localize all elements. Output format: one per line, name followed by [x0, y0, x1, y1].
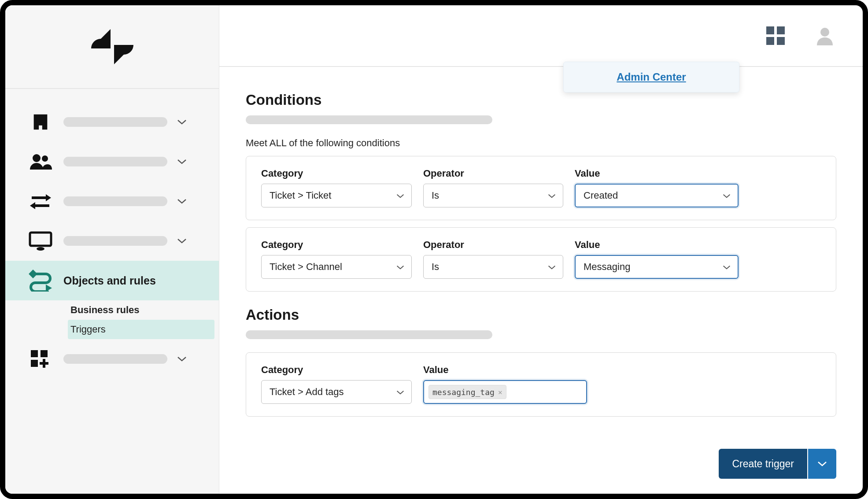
placeholder: [63, 157, 167, 166]
products-grid-icon[interactable]: [764, 24, 787, 47]
label-value: Value: [575, 168, 739, 179]
actions-heading: Actions: [246, 307, 836, 323]
workflow-icon: [27, 270, 54, 291]
category-select[interactable]: Ticket > Add tags: [261, 380, 412, 404]
chevron-down-icon: [396, 386, 404, 398]
condition-row: Category Ticket > Channel Operator Is Va…: [246, 227, 836, 292]
sidebar: Objects and rules Business rules Trigger…: [5, 5, 219, 494]
chevron-down-icon: [177, 238, 187, 244]
label-operator: Operator: [423, 168, 563, 179]
sidebar-item-apps[interactable]: [5, 339, 219, 379]
select-value: Created: [584, 190, 618, 201]
sidebar-item-workspaces[interactable]: [5, 221, 219, 261]
svg-rect-18: [777, 26, 785, 34]
conditions-instructions: Meet ALL of the following conditions: [246, 137, 836, 149]
value-select[interactable]: Created: [575, 184, 739, 207]
svg-rect-17: [766, 26, 774, 34]
placeholder: [246, 330, 492, 339]
placeholder: [63, 196, 167, 206]
admin-center-popover: Admin Center: [563, 62, 739, 92]
tag-text: messaging_tag: [432, 388, 495, 397]
select-value: Is: [432, 261, 439, 273]
sidebar-item-account[interactable]: [5, 102, 219, 142]
svg-rect-12: [31, 350, 38, 357]
chevron-down-icon: [723, 190, 731, 201]
create-trigger-button[interactable]: Create trigger: [719, 449, 807, 479]
label-category: Category: [261, 239, 412, 251]
select-value: Ticket > Ticket: [270, 190, 331, 201]
chevron-down-icon: [177, 356, 187, 362]
svg-rect-19: [766, 37, 774, 45]
tag-chip[interactable]: messaging_tag ✕: [428, 385, 506, 399]
chevron-down-icon: [723, 261, 731, 273]
top-header: [219, 5, 863, 67]
action-row: Category Ticket > Add tags Value messagi…: [246, 352, 836, 417]
label-value: Value: [423, 364, 587, 376]
tags-input[interactable]: messaging_tag ✕: [423, 380, 587, 404]
apps-add-icon: [27, 348, 54, 370]
chevron-down-icon: [396, 190, 404, 201]
svg-rect-8: [30, 233, 51, 246]
svg-rect-13: [41, 350, 48, 357]
sidebar-item-people[interactable]: [5, 142, 219, 181]
chevron-down-icon: [177, 119, 187, 125]
admin-center-link[interactable]: Admin Center: [617, 71, 686, 83]
sidebar-item-objects-rules[interactable]: Objects and rules: [5, 261, 219, 300]
category-select[interactable]: Ticket > Ticket: [261, 184, 412, 207]
label-value: Value: [575, 239, 739, 251]
operator-select[interactable]: Is: [423, 184, 563, 207]
building-icon: [27, 111, 54, 133]
sidebar-subheading-business-rules[interactable]: Business rules: [68, 300, 214, 320]
select-value: Is: [432, 190, 439, 201]
placeholder: [63, 117, 167, 127]
conditions-heading: Conditions: [246, 92, 836, 108]
placeholder: [63, 354, 167, 364]
close-icon[interactable]: ✕: [498, 388, 502, 396]
svg-point-21: [820, 28, 829, 37]
svg-point-3: [42, 155, 48, 162]
sidebar-subitem-triggers[interactable]: Triggers: [68, 320, 214, 339]
monitor-icon: [27, 230, 54, 251]
select-value: Ticket > Channel: [270, 261, 342, 273]
chevron-down-icon: [177, 198, 187, 204]
arrows-horizontal-icon: [27, 191, 54, 212]
sidebar-item-label: Objects and rules: [63, 274, 205, 287]
chevron-down-icon: [177, 159, 187, 165]
label-category: Category: [261, 364, 412, 376]
svg-point-2: [33, 154, 41, 162]
svg-rect-14: [31, 360, 38, 367]
select-value: Ticket > Add tags: [270, 386, 344, 398]
create-trigger-dropdown-button[interactable]: [807, 449, 836, 479]
chevron-down-icon: [817, 461, 827, 467]
svg-point-9: [37, 247, 44, 251]
profile-icon[interactable]: [813, 24, 836, 47]
people-icon: [27, 151, 54, 172]
chevron-down-icon: [548, 261, 556, 273]
logo-area: [5, 5, 219, 89]
placeholder: [246, 115, 492, 124]
condition-row: Category Ticket > Ticket Operator Is Val…: [246, 156, 836, 220]
svg-marker-7: [30, 202, 35, 209]
label-operator: Operator: [423, 239, 563, 251]
select-value: Messaging: [584, 261, 630, 273]
svg-marker-11: [46, 285, 52, 292]
chevron-down-icon: [396, 261, 404, 273]
operator-select[interactable]: Is: [423, 255, 563, 279]
category-select[interactable]: Ticket > Channel: [261, 255, 412, 279]
svg-marker-5: [46, 194, 51, 201]
label-category: Category: [261, 168, 412, 179]
chevron-down-icon: [548, 190, 556, 201]
svg-marker-1: [114, 45, 133, 64]
sidebar-item-channels[interactable]: [5, 181, 219, 221]
value-select[interactable]: Messaging: [575, 255, 739, 279]
zendesk-logo-icon: [90, 29, 134, 64]
placeholder: [63, 236, 167, 246]
svg-rect-20: [777, 37, 785, 45]
